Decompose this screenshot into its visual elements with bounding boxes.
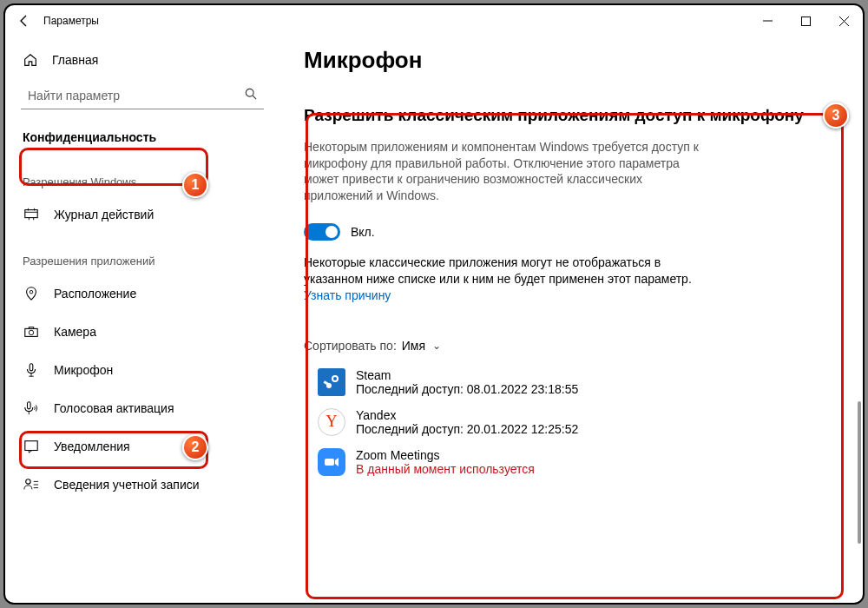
back-button[interactable] (5, 14, 43, 28)
svg-line-5 (253, 96, 256, 99)
search-icon (245, 88, 257, 102)
desktop-apps-mic-toggle[interactable] (304, 223, 340, 241)
svg-rect-1 (801, 17, 810, 25)
sidebar-item-account[interactable]: Сведения учетной записи (5, 466, 279, 504)
account-icon (23, 476, 40, 493)
window-title: Параметры (43, 15, 99, 27)
sidebar-category[interactable]: Конфиденциальность (5, 120, 279, 155)
sidebar-home-label: Главная (52, 53, 98, 67)
svg-point-4 (246, 89, 253, 96)
activity-icon (23, 206, 40, 223)
camera-icon (23, 323, 40, 340)
svg-point-22 (26, 479, 30, 484)
annotation-badge-1: 1 (182, 172, 208, 198)
sidebar-section-windows: Разрешения Windows (5, 155, 279, 195)
sidebar-home[interactable]: Главная (5, 43, 279, 76)
svg-point-14 (29, 330, 33, 334)
microphone-icon (23, 361, 40, 379)
sidebar-item-notifications[interactable]: Уведомления (5, 427, 279, 466)
note-text: Некоторые классические приложения могут … (304, 254, 720, 304)
search-input[interactable]: Найти параметр (21, 82, 264, 109)
minimize-button[interactable] (748, 5, 786, 36)
svg-point-27 (333, 377, 337, 380)
search-placeholder: Найти параметр (28, 89, 120, 102)
section-heading: Разрешить классическим приложениям досту… (304, 105, 838, 127)
steam-icon (318, 368, 345, 396)
sidebar-item-voice[interactable]: Голосовая активация (5, 389, 279, 427)
sidebar-item-activity[interactable]: Журнал действий (5, 195, 279, 234)
svg-rect-19 (28, 402, 31, 409)
svg-rect-30 (325, 459, 334, 466)
app-row-yandex[interactable]: Y Yandex Последний доступ: 20.01.2022 12… (304, 398, 838, 438)
sort-dropdown[interactable]: Сортировать по: Имя ⌄ (304, 339, 838, 353)
scrollbar-thumb[interactable] (858, 401, 861, 544)
sidebar-item-microphone[interactable]: Микрофон (5, 351, 279, 389)
toggle-label: Вкл. (351, 225, 375, 239)
yandex-icon: Y (318, 408, 345, 436)
close-button[interactable] (825, 5, 863, 36)
learn-why-link[interactable]: Узнать причину (304, 288, 391, 302)
titlebar: Параметры (5, 5, 863, 36)
svg-rect-6 (25, 210, 37, 218)
section-description: Некоторым приложениям и компонентам Wind… (304, 139, 712, 205)
zoom-icon (318, 448, 345, 476)
annotation-badge-3: 3 (823, 102, 849, 129)
page-title: Микрофон (304, 47, 838, 74)
svg-rect-16 (30, 364, 33, 371)
sidebar: Главная Найти параметр Конфиденциальност… (5, 36, 279, 603)
svg-rect-21 (25, 441, 37, 451)
annotation-badge-2: 2 (182, 434, 208, 460)
svg-rect-15 (29, 327, 33, 329)
sidebar-item-location[interactable]: Расположение (5, 274, 279, 313)
notifications-icon (23, 438, 40, 455)
app-row-zoom[interactable]: Zoom Meetings В данный момент использует… (304, 438, 838, 478)
sidebar-section-apps: Разрешения приложений (5, 234, 279, 274)
main-pane: Микрофон Разрешить классическим приложен… (279, 36, 863, 603)
location-icon (23, 285, 40, 302)
home-icon (23, 52, 38, 68)
scrollbar[interactable] (858, 36, 861, 596)
voice-icon (23, 400, 40, 417)
sidebar-item-camera[interactable]: Камера (5, 313, 279, 351)
chevron-down-icon: ⌄ (432, 340, 441, 352)
maximize-button[interactable] (786, 5, 825, 36)
app-row-steam[interactable]: Steam Последний доступ: 08.01.2022 23:18… (304, 358, 838, 398)
svg-point-12 (30, 290, 33, 294)
